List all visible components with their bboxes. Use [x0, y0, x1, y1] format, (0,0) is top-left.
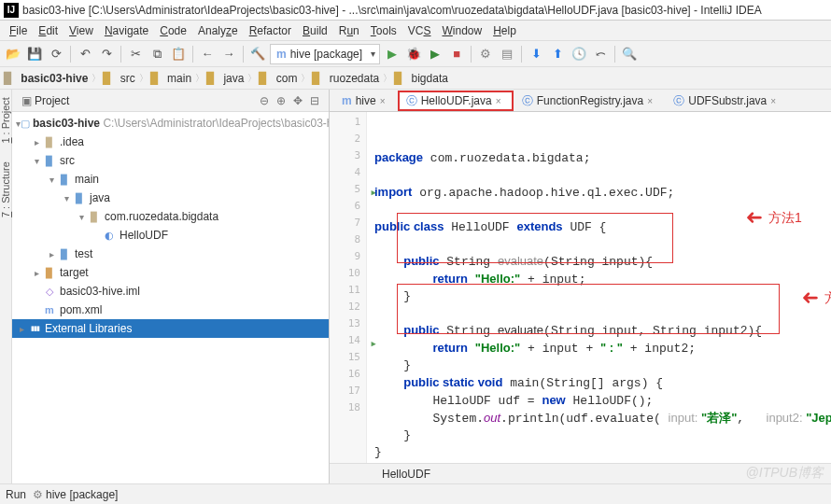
tab-functionregistry[interactable]: ⓒFunctionRegistry.java×	[514, 91, 666, 111]
debug-icon[interactable]: 🐞	[404, 45, 423, 63]
crumb-module[interactable]: ▉ basic03-hive	[4, 72, 88, 85]
tree-idea[interactable]: ▸.idea	[12, 133, 329, 151]
close-icon[interactable]: ×	[380, 96, 389, 105]
coverage-icon[interactable]: ▶	[426, 45, 444, 63]
annotation-1: ➜方法1	[746, 209, 802, 226]
open-icon[interactable]: 📂	[4, 45, 22, 63]
crumb-com[interactable]: ▉ com	[259, 72, 297, 85]
close-icon[interactable]: ×	[647, 96, 656, 105]
tree-pom[interactable]: pom.xml	[12, 301, 329, 319]
tree-iml[interactable]: basic03-hive.iml	[12, 282, 329, 301]
class-icon: ⓒ	[673, 93, 684, 109]
back-icon[interactable]: ←	[198, 45, 217, 63]
menu-edit[interactable]: Edit	[33, 22, 63, 39]
editor: mhive× ⓒHelloUDF.java× ⓒFunctionRegistry…	[330, 90, 831, 483]
paste-icon[interactable]: 📋	[169, 45, 188, 63]
run-icon[interactable]: ▶	[383, 45, 401, 63]
tree-root[interactable]: ▾basic03-hive C:\Users\Administrator\Ide…	[12, 114, 329, 133]
separator	[243, 46, 244, 63]
tree-external-libs[interactable]: ▸External Libraries	[12, 319, 329, 338]
editor-tabs: mhive× ⓒHelloUDF.java× ⓒFunctionRegistry…	[330, 90, 831, 112]
crumb-main[interactable]: ▉ main	[150, 72, 191, 85]
tab-helloudf[interactable]: ⓒHelloUDF.java×	[398, 91, 514, 111]
save-icon[interactable]: 💾	[25, 45, 44, 63]
tab-hive[interactable]: mhive×	[333, 91, 398, 111]
hide-icon[interactable]: ⊟	[306, 92, 323, 109]
crumb-ruozedata[interactable]: ▉ ruozedata	[312, 72, 379, 85]
left-tool-strip: 1: Project 7: Structure	[0, 90, 12, 483]
tree-target[interactable]: ▸target	[12, 263, 329, 282]
menu-refactor[interactable]: Refactor	[244, 22, 297, 39]
build-icon[interactable]: 🔨	[248, 45, 267, 63]
target-icon[interactable]: ⊕	[273, 92, 289, 109]
maven-icon: m	[342, 94, 352, 107]
menu-navigate[interactable]: Navigate	[99, 22, 154, 39]
tab-udfsubstr[interactable]: ⓒUDFSubstr.java×	[665, 91, 788, 111]
crumb-bigdata[interactable]: ▉ bigdata	[394, 72, 448, 85]
menu-help[interactable]: Help	[487, 22, 522, 39]
project-tree[interactable]: ▾basic03-hive C:\Users\Administrator\Ide…	[12, 112, 329, 483]
vcs-commit-icon[interactable]: ⬆	[548, 45, 567, 63]
collapse-icon[interactable]: ⊖	[256, 92, 273, 109]
structure-icon[interactable]: ▤	[498, 45, 516, 63]
forward-icon[interactable]: →	[219, 45, 238, 63]
search-icon[interactable]: 🔍	[620, 45, 639, 63]
revert-icon[interactable]: ⤺	[591, 45, 610, 63]
app-icon: IJ	[4, 3, 19, 18]
vcs-update-icon[interactable]: ⬇	[527, 45, 545, 63]
class-icon: ⓒ	[522, 93, 533, 109]
annotation-box-2	[397, 284, 780, 334]
close-icon[interactable]: ×	[770, 96, 780, 105]
watermark: @ITPUB博客	[746, 465, 824, 482]
tree-java[interactable]: ▾java	[12, 189, 329, 207]
code-area[interactable]: package com.ruozedata.bigdata; import or…	[367, 112, 831, 463]
menu-window[interactable]: Window	[436, 22, 487, 39]
menu-tools[interactable]: Tools	[365, 22, 402, 39]
tree-src[interactable]: ▾src	[12, 151, 329, 170]
separator	[192, 46, 193, 63]
breadcrumb: ▉ basic03-hive〉 ▉ src〉 ▉ main〉 ▉ java〉 ▉…	[0, 67, 831, 90]
run-configuration-dropdown[interactable]: m hive [package]	[270, 44, 380, 64]
window-title: basic03-hive [C:\Users\Administrator\Ide…	[22, 4, 762, 17]
menu-view[interactable]: View	[63, 22, 99, 39]
separator	[614, 46, 615, 63]
bottom-tool-bar: Run ⚙ hive [package]	[0, 483, 831, 504]
arrow-icon: ➜	[746, 209, 763, 226]
history-icon[interactable]: 🕓	[570, 45, 588, 63]
menu-analyze[interactable]: Analyze	[192, 22, 244, 39]
tree-main[interactable]: ▾main	[12, 170, 329, 189]
tree-class[interactable]: HelloUDF	[12, 226, 329, 245]
class-icon: ⓒ	[406, 93, 417, 109]
project-tool-window: ▣ Project ⊖ ⊕ ✥ ⊟ ▾basic03-hive C:\Users…	[12, 90, 330, 483]
crumb-class[interactable]: HelloUDF	[337, 468, 430, 481]
tree-pkg[interactable]: ▾com.ruozedata.bigdata	[12, 207, 329, 226]
side-tab-structure[interactable]: 7: Structure	[0, 158, 11, 221]
stop-icon[interactable]: ■	[447, 45, 466, 63]
settings-icon[interactable]: ✥	[289, 92, 306, 109]
cut-icon[interactable]: ✂	[126, 45, 145, 63]
crumb-java[interactable]: ▉ java	[206, 72, 244, 85]
maven-icon: m	[276, 48, 287, 61]
copy-icon[interactable]: ⧉	[148, 45, 166, 63]
crumb-src[interactable]: ▉ src	[103, 72, 134, 85]
menu-run[interactable]: Run	[333, 22, 365, 39]
menu-build[interactable]: Build	[297, 22, 333, 39]
menu-vcs[interactable]: VCS	[402, 22, 437, 39]
gutter[interactable]: 1234 5678 9101112 13141516 1718	[330, 112, 367, 463]
tree-test[interactable]: ▸test	[12, 245, 329, 263]
settings-icon[interactable]: ⚙	[476, 45, 495, 63]
menu-code[interactable]: Code	[154, 22, 192, 39]
bottom-run-tab[interactable]: Run ⚙ hive [package]	[6, 488, 118, 501]
view-mode-icon[interactable]: ▣	[18, 92, 35, 109]
redo-icon[interactable]: ↷	[97, 45, 116, 63]
separator	[521, 46, 522, 63]
separator	[70, 46, 71, 63]
close-icon[interactable]: ×	[496, 96, 505, 105]
menu-file[interactable]: File	[4, 22, 33, 39]
project-panel-header: ▣ Project ⊖ ⊕ ✥ ⊟	[12, 90, 329, 112]
refresh-icon[interactable]: ⟳	[47, 45, 65, 63]
editor-body[interactable]: 1234 5678 9101112 13141516 1718 package …	[330, 112, 831, 463]
annotation-2: ➜方法2	[802, 289, 831, 306]
side-tab-project[interactable]: 1: Project	[0, 93, 11, 147]
undo-icon[interactable]: ↶	[76, 45, 94, 63]
